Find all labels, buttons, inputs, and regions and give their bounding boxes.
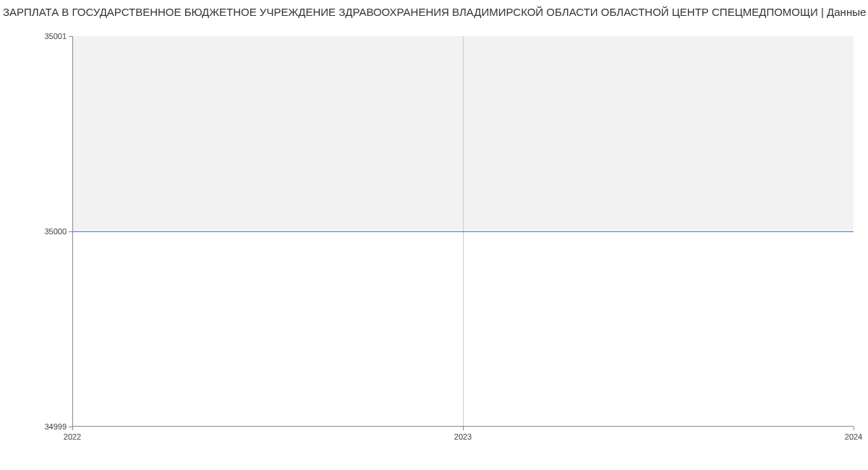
ytick-label: 35000 — [44, 227, 67, 236]
ytick-mark — [69, 36, 72, 37]
ytick-mark — [69, 231, 72, 232]
xtick-mark — [854, 427, 854, 430]
xtick-label: 2024 — [845, 432, 862, 441]
data-line-series-1 — [72, 231, 854, 232]
chart-plot-area: 35001 35000 34999 2022 2023 2024 — [72, 36, 854, 427]
xtick-mark — [72, 427, 73, 430]
chart-title: ЗАРПЛАТА В ГОСУДАРСТВЕННОЕ БЮДЖЕТНОЕ УЧР… — [0, 6, 868, 18]
ytick-label: 34999 — [44, 422, 67, 431]
xtick-label: 2022 — [64, 432, 81, 441]
ytick-label: 35001 — [44, 32, 67, 40]
y-axis-line — [72, 36, 73, 427]
xtick-label: 2023 — [454, 432, 472, 441]
xtick-mark — [463, 427, 464, 430]
